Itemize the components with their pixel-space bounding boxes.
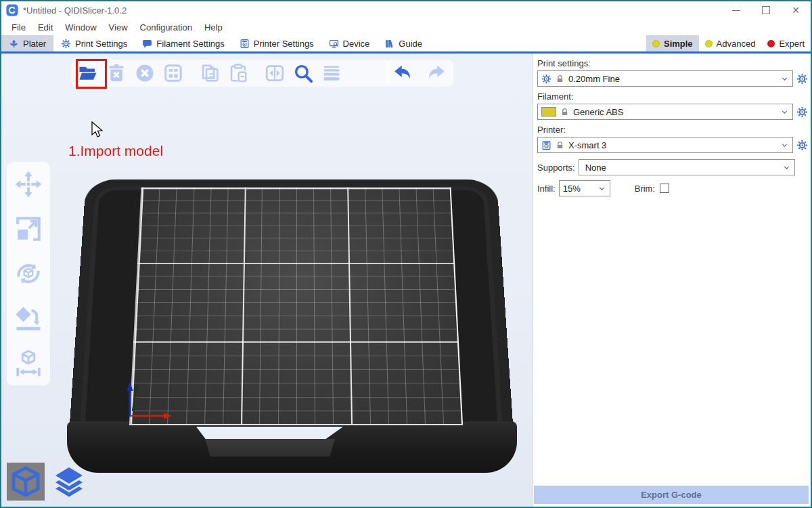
advanced-mode-dot-icon [705,40,713,47]
mode-advanced[interactable]: Advanced [699,35,762,51]
filament-value: Generic ABS [573,107,776,117]
plater-icon [9,39,19,49]
delete-all-button[interactable] [132,60,158,86]
tab-print-settings-label: Print Settings [75,39,127,49]
paste-button[interactable] [225,60,251,86]
brim-checkbox[interactable] [660,184,669,193]
mode-simple[interactable]: Simple [646,35,699,51]
search-icon [293,63,313,83]
device-monitor-icon [329,39,339,49]
tab-device[interactable]: Device [321,35,378,51]
minimize-button[interactable] [721,1,751,19]
mouse-cursor-icon [91,121,104,139]
import-annotation: 1.Import model [68,143,163,159]
menu-window[interactable]: Window [59,19,102,35]
mode-advanced-label: Advanced [717,39,756,49]
brim-label: Brim: [635,184,655,194]
cube-icon [9,465,42,498]
gear-icon [61,39,71,49]
undo-button[interactable] [390,60,415,86]
chevron-down-icon [782,163,791,172]
simple-mode-dot-icon [652,40,660,47]
gear-icon [796,106,808,118]
settings-panel: Print settings: 0.20mm Fine Filament: Ge… [533,54,811,507]
print-bed-plate [135,151,457,452]
rotate-button[interactable] [13,258,44,289]
delete-button[interactable] [104,60,129,86]
menu-edit[interactable]: Edit [32,19,59,35]
variable-layer-height-button[interactable] [319,60,344,86]
supports-label: Supports: [537,163,575,173]
3d-viewport[interactable]: 1.Import model [1,54,533,507]
arrange-button[interactable] [160,60,186,86]
app-logo-icon [6,4,18,16]
copy-button[interactable] [197,60,223,86]
print-settings-value: 0.20mm Fine [568,74,776,84]
flatten-icon [14,304,43,333]
supports-dropdown[interactable]: None [579,159,795,175]
place-on-face-button[interactable] [13,303,44,334]
menu-file[interactable]: File [5,19,32,35]
3d-editor-view-button[interactable] [7,463,45,501]
infill-value: 15% [563,184,593,194]
tab-bar-spacer [430,35,646,51]
export-gcode-button[interactable]: Export G-code [534,486,809,504]
measure-button[interactable] [13,347,44,379]
chevron-down-icon [780,108,789,117]
maximize-button[interactable] [751,1,781,19]
print-settings-dropdown[interactable]: 0.20mm Fine [537,70,793,87]
origin-axes-icon [122,379,183,426]
tab-device-label: Device [343,39,370,49]
menu-view[interactable]: View [103,19,134,35]
tab-filament-settings[interactable]: Filament Settings [135,35,231,51]
import-model-button[interactable] [75,60,101,86]
edit-filament-button[interactable] [796,106,808,118]
mode-expert[interactable]: Expert [761,35,811,51]
move-button[interactable] [13,169,44,200]
preview-layers-view-button[interactable] [50,463,88,501]
copy-icon [200,63,220,83]
edit-print-settings-button[interactable] [796,73,808,85]
maximize-icon [762,6,770,14]
tab-plater[interactable]: Plater [1,35,53,51]
tab-filament-settings-label: Filament Settings [156,39,224,49]
filament-dropdown[interactable]: Generic ABS [537,104,793,120]
mode-expert-label: Expert [779,39,805,49]
infill-dropdown[interactable]: 15% [559,180,610,196]
measure-icon [14,349,43,377]
search-button[interactable] [290,60,316,86]
tab-guide-label: Guide [399,39,422,49]
print-bed-tray [77,136,505,488]
filament-bubble-icon [142,39,152,49]
gear-icon [796,73,808,85]
tab-printer-settings[interactable]: Printer Settings [232,35,321,51]
split-icon [265,63,285,83]
printer-value: X-smart 3 [568,140,776,150]
lock-icon [556,141,564,150]
window-title: *Untitled - QIDISlicer-1.0.2 [23,5,721,16]
redo-button[interactable] [424,60,449,86]
menu-bar: File Edit Window View Configuration Help [1,19,811,35]
split-objects-button[interactable] [262,60,288,86]
app-window: *Untitled - QIDISlicer-1.0.2 ✕ File Edit… [0,0,812,508]
close-button[interactable]: ✕ [781,1,811,19]
view-switch [7,463,88,501]
trash-icon [106,63,127,83]
rotate-icon [14,259,43,288]
printer-icon [541,140,551,150]
scale-icon [14,215,43,243]
menu-help[interactable]: Help [198,19,229,35]
tab-print-settings[interactable]: Print Settings [53,35,135,51]
x-circle-icon [135,63,155,83]
redo-arrow-icon [426,63,447,83]
filament-color-swatch [541,107,556,117]
printer-dropdown[interactable]: X-smart 3 [537,137,793,153]
edit-printer-button[interactable] [796,140,808,151]
lock-icon [556,75,564,83]
chevron-down-icon [597,184,606,193]
guide-books-icon [384,39,394,49]
menu-configuration[interactable]: Configuration [134,19,198,35]
scale-button[interactable] [13,213,44,245]
tab-guide[interactable]: Guide [377,35,430,51]
infill-label: Infill: [537,184,556,194]
